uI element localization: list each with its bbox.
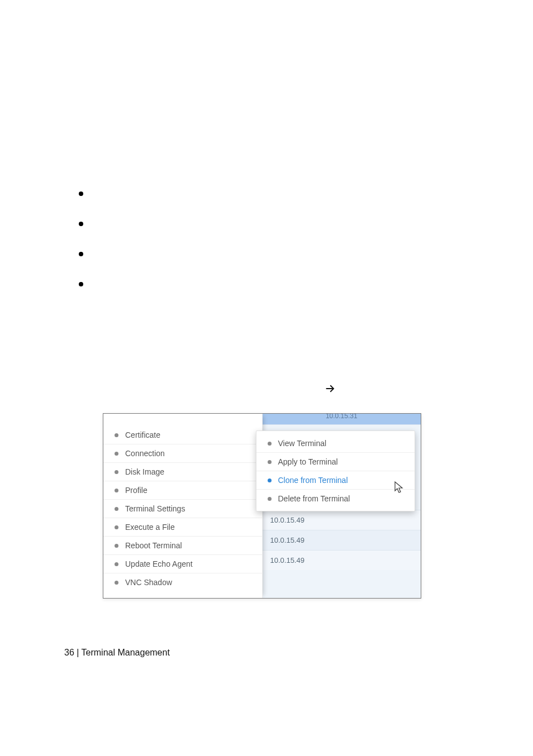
bullet-icon <box>115 525 118 529</box>
menu-item-certificate[interactable]: Certificate <box>103 427 262 443</box>
submenu-item-view-terminal[interactable]: View Terminal <box>256 436 415 451</box>
submenu-label: Apply to Terminal <box>278 457 338 466</box>
submenu-label: View Terminal <box>278 439 327 448</box>
bullet-icon <box>268 460 272 464</box>
bullet-item <box>75 217 467 229</box>
bullet-icon <box>115 489 118 492</box>
submenu-label: Delete from Terminal <box>278 494 350 503</box>
menu-label: Terminal Settings <box>125 504 185 513</box>
bullet-icon <box>115 581 118 585</box>
menu-item-terminal-settings[interactable]: Terminal Settings <box>103 499 262 516</box>
submenu-label: Clone from Terminal <box>278 476 348 485</box>
ip-header: 10.0.15.31 <box>263 414 421 425</box>
menu-label: Disk Image <box>125 467 164 476</box>
row-ip: 10.0.15.49 <box>270 516 304 524</box>
row-ip: 10.0.15.49 <box>270 536 304 544</box>
table-rows: 10.0.15.49 10.0.15.49 10.0.15.49 <box>263 510 421 570</box>
body-content <box>75 187 467 308</box>
menu-item-execute-file[interactable]: Execute a File <box>103 518 262 535</box>
bullet-icon <box>268 497 272 501</box>
submenu-item-apply-to-terminal[interactable]: Apply to Terminal <box>256 452 415 470</box>
menu-label: Profile <box>125 486 147 495</box>
document-page: Certificate Connection Disk Image Profil… <box>0 0 533 756</box>
bullet-icon <box>115 452 118 456</box>
bullet-item <box>75 247 467 260</box>
menu-item-reboot-terminal[interactable]: Reboot Terminal <box>103 536 262 553</box>
page-footer: 36 | Terminal Management <box>64 648 170 658</box>
arrow-right-icon <box>324 382 336 395</box>
footer-text: 36 | Terminal Management <box>64 648 170 657</box>
bullet-list <box>75 187 467 290</box>
bullet-item <box>75 187 467 199</box>
submenu-item-delete-from-terminal[interactable]: Delete from Terminal <box>256 489 415 506</box>
bullet-icon <box>115 507 118 511</box>
context-menu[interactable]: Certificate Connection Disk Image Profil… <box>103 414 263 598</box>
bullet-icon <box>115 544 118 548</box>
submenu-popup[interactable]: View Terminal Apply to Terminal Clone fr… <box>256 430 416 511</box>
menu-label: Update Echo Agent <box>125 559 193 568</box>
bullet-icon <box>115 470 118 474</box>
bullet-icon <box>115 562 118 566</box>
menu-label: Reboot Terminal <box>125 541 182 550</box>
menu-item-update-echo-agent[interactable]: Update Echo Agent <box>103 554 262 572</box>
bullet-icon <box>268 442 272 446</box>
bullet-item <box>75 277 467 290</box>
submenu-item-clone-from-terminal[interactable]: Clone from Terminal <box>256 471 415 488</box>
table-row[interactable]: 10.0.15.49 <box>263 510 421 530</box>
embedded-screenshot: Certificate Connection Disk Image Profil… <box>103 413 421 599</box>
cursor-icon <box>394 481 405 493</box>
right-panel: 10.0.15.31 View Terminal Apply to Termin… <box>263 414 421 598</box>
menu-item-connection[interactable]: Connection <box>103 444 262 461</box>
menu-item-profile[interactable]: Profile <box>103 481 262 498</box>
menu-label: Execute a File <box>125 523 175 532</box>
row-ip: 10.0.15.49 <box>270 556 304 564</box>
ip-header-text: 10.0.15.31 <box>326 414 358 420</box>
menu-item-vnc-shadow[interactable]: VNC Shadow <box>103 573 262 590</box>
table-row[interactable]: 10.0.15.49 <box>263 550 421 570</box>
menu-item-disk-image[interactable]: Disk Image <box>103 462 262 480</box>
bullet-icon <box>268 479 272 482</box>
menu-label: VNC Shadow <box>125 578 172 587</box>
bullet-icon <box>115 433 118 437</box>
menu-label: Connection <box>125 449 165 458</box>
table-row[interactable]: 10.0.15.49 <box>263 530 421 550</box>
menu-label: Certificate <box>125 430 160 439</box>
